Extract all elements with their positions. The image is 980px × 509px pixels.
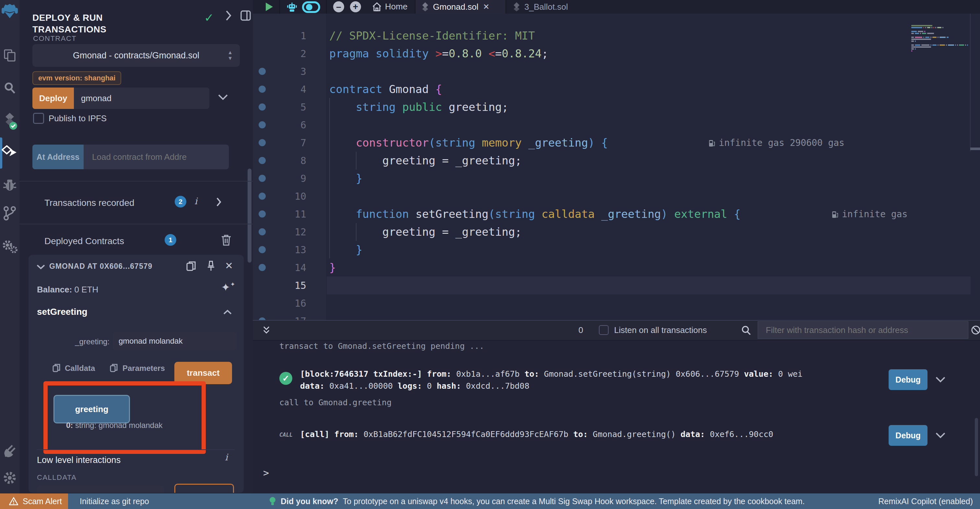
code-editor[interactable]: 1234567891011121314151617 // SPDX-Licens… — [253, 14, 980, 320]
code-line: contract Gmonad { — [329, 80, 442, 98]
copilot-status[interactable]: RemixAI Copilot (enabled) — [878, 497, 973, 506]
remixai-robot-icon[interactable] — [286, 2, 298, 13]
file-explorer-icon[interactable] — [0, 49, 19, 62]
tab-ballot[interactable]: 3_Ballot.sol — [507, 0, 588, 14]
line-number[interactable]: 13 — [272, 241, 306, 259]
trash-icon[interactable] — [221, 234, 231, 246]
line-number[interactable]: 6 — [272, 116, 306, 134]
at-address-input[interactable] — [84, 145, 229, 169]
transact-button[interactable]: transact — [174, 362, 232, 384]
git-init-button[interactable]: Initialize as git repo — [80, 497, 149, 506]
breakpoint-dot[interactable] — [259, 264, 266, 271]
zoom-out-icon[interactable]: – — [333, 1, 344, 12]
line-number[interactable]: 7 — [272, 134, 306, 152]
terminal-prompt[interactable]: > — [263, 467, 269, 479]
calldata-button[interactable]: Calldata — [65, 364, 95, 373]
low-level-send-button[interactable] — [174, 484, 234, 493]
breakpoint-dot[interactable] — [259, 228, 266, 235]
function-collapse-chevron-icon[interactable] — [223, 309, 232, 315]
tx-log-line[interactable]: [call] from: 0xB1aB62fdFC104512F594fCa0E… — [300, 428, 773, 440]
transactions-info-icon[interactable]: i — [194, 196, 197, 206]
scam-alert-button[interactable]: Scam Alert — [0, 493, 68, 509]
publish-ipfs-checkbox[interactable] — [33, 113, 44, 124]
low-level-info-icon[interactable]: i — [225, 452, 228, 463]
git-icon[interactable] — [0, 206, 19, 220]
breakpoint-dot[interactable] — [259, 86, 266, 93]
tx-log-line[interactable]: data: 0xa41...00000 logs: 0 hash: 0xdcd.… — [300, 380, 529, 392]
panel-scrollbar[interactable] — [248, 169, 251, 263]
breakpoint-dot[interactable] — [259, 211, 266, 217]
tab-gmonad[interactable]: Gmonad.sol ✕ — [415, 0, 506, 14]
breakpoint-dot[interactable] — [259, 68, 266, 75]
line-number[interactable]: 10 — [272, 187, 306, 205]
line-number[interactable]: 2 — [272, 45, 306, 62]
instance-title[interactable]: GMONAD AT 0X606...67579 — [49, 262, 183, 271]
solidity-compiler-icon[interactable] — [0, 112, 19, 130]
terminal-filter-input[interactable] — [758, 321, 968, 339]
deploy-button[interactable]: Deploy — [32, 88, 74, 109]
terminal-scrollbar[interactable] — [975, 418, 978, 476]
deploy-arg-input[interactable] — [74, 88, 209, 109]
contract-select[interactable]: Gmonad - contracts/Gmonad.sol ▲▼ — [32, 44, 240, 67]
line-number[interactable]: 9 — [272, 169, 306, 187]
copy-parameters-icon[interactable] — [110, 364, 118, 373]
tab-home-label[interactable]: Home — [385, 2, 407, 12]
pin-panel-icon[interactable] — [240, 10, 251, 21]
deploy-expand-chevron-icon[interactable] — [218, 94, 228, 101]
breakpoint-dot[interactable] — [259, 104, 266, 110]
home-icon[interactable] — [372, 2, 382, 12]
pin-instance-icon[interactable] — [206, 260, 216, 272]
plug-icon[interactable] — [0, 444, 19, 458]
breakpoint-dot[interactable] — [259, 121, 266, 128]
line-number[interactable]: 16 — [272, 294, 306, 312]
settings-gear-icon[interactable] — [0, 471, 19, 485]
listen-all-checkbox[interactable] — [599, 325, 609, 335]
ai-sparkle-icon[interactable]: ✦✦ — [221, 281, 235, 294]
expand-log-chevron-icon[interactable] — [935, 377, 946, 383]
line-number[interactable]: 14 — [272, 259, 306, 276]
transactions-expand-chevron-icon[interactable] — [216, 197, 222, 207]
low-level-calldata-input[interactable] — [37, 486, 164, 493]
line-number[interactable]: 12 — [272, 223, 306, 241]
terminal-search-icon[interactable] — [741, 325, 751, 335]
clear-filter-ban-icon[interactable] — [971, 325, 980, 335]
param-input[interactable] — [113, 332, 237, 350]
line-number[interactable]: 4 — [272, 80, 306, 98]
line-number[interactable]: 1 — [272, 27, 306, 45]
search-icon[interactable] — [0, 82, 19, 95]
line-number[interactable]: 8 — [272, 152, 306, 169]
editor-scrollbar-thumb[interactable] — [970, 147, 980, 150]
close-instance-icon[interactable]: ✕ — [225, 260, 233, 271]
minimap[interactable] — [911, 25, 970, 58]
line-number[interactable]: 17 — [272, 312, 306, 320]
breakpoint-dot[interactable] — [259, 157, 266, 164]
line-number[interactable]: 5 — [272, 98, 306, 116]
debug-button[interactable]: Debug — [889, 425, 928, 446]
debugger-icon[interactable] — [0, 179, 19, 192]
line-number[interactable]: 15 — [272, 276, 306, 294]
parameters-button[interactable]: Parameters — [123, 364, 165, 373]
breakpoint-dot[interactable] — [259, 139, 266, 146]
at-address-button[interactable]: At Address — [32, 145, 84, 169]
debug-button[interactable]: Debug — [889, 369, 928, 390]
tx-log-line[interactable]: [block:7646317 txIndex:-] from: 0xb1a...… — [300, 368, 802, 380]
line-number[interactable]: 3 — [272, 62, 306, 80]
expand-log-chevron-icon[interactable] — [935, 432, 946, 439]
line-number[interactable]: 11 — [272, 205, 306, 223]
panel-chevron-right-icon[interactable] — [225, 10, 232, 21]
breakpoint-dot[interactable] — [259, 246, 266, 253]
copy-address-icon[interactable] — [186, 261, 196, 272]
zoom-in-icon[interactable]: + — [350, 1, 361, 12]
deploy-run-icon[interactable] — [0, 145, 19, 160]
remix-logo-icon[interactable] — [0, 3, 19, 19]
greeting-button[interactable]: greeting — [54, 395, 130, 423]
copy-calldata-icon[interactable] — [52, 364, 60, 373]
breakpoint-dot[interactable] — [259, 193, 266, 200]
instance-collapse-chevron-icon[interactable] — [36, 264, 45, 270]
plugin-manager-icon[interactable] — [0, 239, 19, 254]
run-script-icon[interactable] — [265, 2, 274, 11]
collapse-terminal-icon[interactable] — [262, 326, 271, 335]
copilot-toggle-icon[interactable] — [302, 1, 320, 13]
tab-close-icon[interactable]: ✕ — [483, 2, 489, 11]
breakpoint-dot[interactable] — [259, 175, 266, 182]
